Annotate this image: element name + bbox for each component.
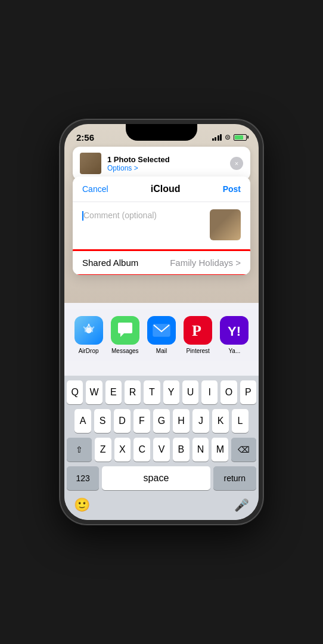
key-q[interactable]: Q — [67, 380, 83, 404]
pinterest-label: Pinterest — [186, 348, 209, 354]
mail-label: Mail — [156, 348, 167, 354]
photo-banner-close-button[interactable]: × — [230, 157, 243, 170]
comment-placeholder: Comment (optional) — [83, 210, 157, 220]
key-t[interactable]: T — [144, 380, 160, 404]
comment-input[interactable]: Comment (optional) — [82, 209, 203, 221]
key-z[interactable]: Z — [95, 438, 111, 462]
status-time: 2:56 — [76, 132, 94, 143]
shared-album-row[interactable]: Shared Album Family Holidays > — [73, 250, 250, 275]
key-f[interactable]: F — [133, 409, 150, 433]
photo-banner: 1 Photo Selected Options > × — [73, 147, 250, 180]
key-u[interactable]: U — [182, 380, 198, 404]
notch — [126, 124, 197, 141]
bar4 — [220, 134, 222, 141]
messages-icon — [111, 316, 139, 345]
key-y[interactable]: Y — [163, 380, 179, 404]
screen: 2:56 ⊜ — [64, 124, 259, 520]
icloud-cancel-button[interactable]: Cancel — [82, 184, 108, 194]
key-w[interactable]: W — [86, 380, 102, 404]
shift-key[interactable]: ⇧ — [67, 438, 92, 462]
photo-selected-title: 1 Photo Selected — [107, 155, 224, 164]
delete-key[interactable]: ⌫ — [231, 438, 256, 462]
airdrop-icon — [74, 316, 103, 345]
wifi-icon: ⊜ — [225, 133, 231, 141]
share-apps-row: AirDrop Messages — [64, 309, 259, 361]
pinterest-icon: P — [184, 316, 212, 345]
battery-icon — [234, 134, 247, 141]
pinterest-svg: P — [190, 321, 206, 339]
photo-options-link[interactable]: Options > — [107, 164, 224, 172]
bar1 — [212, 138, 214, 141]
shared-album-label: Shared Album — [82, 258, 138, 268]
mail-svg — [153, 324, 170, 337]
key-c[interactable]: C — [133, 438, 150, 462]
key-m[interactable]: M — [212, 438, 228, 462]
bar3 — [218, 135, 219, 141]
airdrop-label: AirDrop — [79, 348, 99, 354]
key-d[interactable]: D — [114, 409, 131, 433]
key-n[interactable]: N — [192, 438, 209, 462]
photo-thumbnail-large — [210, 209, 241, 240]
battery-fill — [235, 135, 243, 140]
yahoo-label: Ya... — [228, 348, 240, 354]
key-l[interactable]: L — [232, 409, 249, 433]
keyboard: Q W E R T Y U I O P A S D F G — [64, 376, 259, 520]
key-g[interactable]: G — [153, 409, 170, 433]
icloud-post-button[interactable]: Post — [223, 184, 241, 194]
yahoo-app[interactable]: Y! Ya... — [220, 316, 249, 354]
key-i[interactable]: I — [201, 380, 218, 404]
yahoo-icon: Y! — [220, 316, 249, 345]
keyboard-row-2: A S D F G H J K L — [67, 409, 256, 433]
space-key[interactable]: space — [102, 466, 210, 490]
key-a[interactable]: A — [74, 409, 91, 433]
keyboard-row-1: Q W E R T Y U I O P — [67, 380, 256, 404]
icloud-body: Comment (optional) — [73, 202, 250, 250]
keyboard-bottom-bar: 🙂 🎤 — [67, 495, 256, 518]
key-e[interactable]: E — [105, 380, 122, 404]
yahoo-svg: Y! — [226, 321, 242, 339]
messages-svg — [117, 323, 133, 338]
keyboard-row-3: ⇧ Z X C V B N M ⌫ — [67, 438, 256, 462]
key-b[interactable]: B — [173, 438, 190, 462]
key-s[interactable]: S — [94, 409, 111, 433]
bar2 — [215, 137, 216, 141]
mail-app[interactable]: Mail — [147, 316, 176, 354]
mail-icon — [147, 316, 176, 345]
icloud-sheet: Cancel iCloud Post Comment (optional) Sh… — [73, 177, 250, 275]
pinterest-app[interactable]: P Pinterest — [184, 316, 212, 354]
photo-banner-text: 1 Photo Selected Options > — [107, 155, 224, 172]
return-key[interactable]: return — [213, 466, 256, 490]
key-h[interactable]: H — [173, 409, 190, 433]
key-v[interactable]: V — [153, 438, 170, 462]
svg-text:Y!: Y! — [228, 324, 241, 339]
phone-inner: 2:56 ⊜ — [64, 124, 259, 520]
airdrop-svg — [80, 322, 97, 339]
key-x[interactable]: X — [114, 438, 131, 462]
key-o[interactable]: O — [220, 380, 237, 404]
key-r[interactable]: R — [125, 380, 141, 404]
key-p[interactable]: P — [240, 380, 256, 404]
photo-thumbnail-small — [80, 153, 101, 174]
svg-text:P: P — [192, 322, 201, 339]
icloud-header: Cancel iCloud Post — [73, 177, 250, 202]
signal-bars-icon — [212, 134, 222, 141]
icloud-title: iCloud — [151, 184, 181, 194]
keyboard-row-4: 123 space return — [67, 466, 256, 490]
emoji-button[interactable]: 🙂 — [74, 497, 90, 513]
phone-frame: 2:56 ⊜ — [60, 119, 263, 525]
microphone-button[interactable]: 🎤 — [234, 498, 249, 512]
num-key[interactable]: 123 — [67, 466, 99, 490]
key-k[interactable]: K — [212, 409, 229, 433]
airdrop-app[interactable]: AirDrop — [74, 316, 103, 354]
shared-album-value: Family Holidays > — [170, 258, 241, 268]
messages-app[interactable]: Messages — [111, 316, 139, 354]
status-icons: ⊜ — [212, 133, 247, 141]
messages-label: Messages — [111, 348, 139, 354]
key-j[interactable]: J — [192, 409, 209, 433]
